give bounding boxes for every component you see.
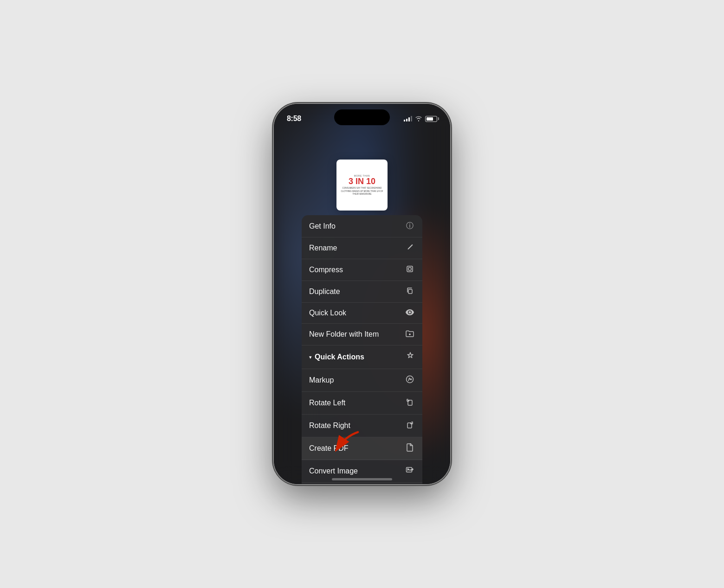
menu-label-new-folder: New Folder with Item bbox=[309, 330, 379, 339]
menu-item-rotate-left[interactable]: Rotate Left bbox=[302, 392, 422, 415]
phone-wrapper: 8:58 MORE bbox=[272, 98, 452, 490]
section-header-left: ▾ Quick Actions bbox=[309, 353, 364, 361]
info-icon: ⓘ bbox=[405, 221, 415, 231]
chevron-down-icon: ▾ bbox=[309, 354, 312, 360]
menu-item-rotate-right[interactable]: Rotate Right bbox=[302, 415, 422, 437]
context-menu: Get Info ⓘ Rename Compress bbox=[302, 215, 422, 484]
menu-item-rename[interactable]: Rename bbox=[302, 237, 422, 259]
menu-label-convert-image: Convert Image bbox=[309, 467, 358, 475]
menu-label-rename: Rename bbox=[309, 244, 337, 252]
phone-screen: 8:58 MORE bbox=[274, 104, 450, 484]
menu-item-markup[interactable]: Markup bbox=[302, 369, 422, 392]
svg-point-9 bbox=[407, 469, 408, 470]
rotate-right-icon bbox=[405, 421, 415, 431]
menu-label-quick-look: Quick Look bbox=[309, 309, 346, 317]
menu-item-create-pdf[interactable]: Create PDF bbox=[302, 437, 422, 460]
menu-item-new-folder[interactable]: New Folder with Item bbox=[302, 324, 422, 345]
menu-label-rotate-left: Rotate Left bbox=[309, 399, 345, 407]
image-card: MORE THAN 3 IN 10 CONSUMERS SAY THAT SEC… bbox=[336, 160, 388, 211]
convert-image-icon bbox=[405, 466, 415, 476]
status-icons bbox=[404, 116, 437, 122]
folder-plus-icon bbox=[405, 330, 415, 339]
battery-fill bbox=[427, 117, 433, 121]
quick-actions-icon bbox=[406, 352, 415, 363]
wifi-icon bbox=[415, 116, 422, 121]
phone-body: 8:58 MORE bbox=[274, 104, 450, 484]
menu-item-quick-look[interactable]: Quick Look bbox=[302, 303, 422, 324]
status-time: 8:58 bbox=[287, 115, 301, 123]
menu-label-get-info: Get Info bbox=[309, 222, 336, 230]
menu-item-duplicate[interactable]: Duplicate bbox=[302, 281, 422, 303]
rotate-left-icon bbox=[405, 398, 415, 408]
duplicate-icon bbox=[405, 287, 415, 296]
menu-item-get-info[interactable]: Get Info ⓘ bbox=[302, 215, 422, 237]
quick-actions-title: Quick Actions bbox=[315, 353, 364, 361]
svg-rect-2 bbox=[408, 289, 412, 294]
menu-item-remove-background[interactable]: Remove Background bbox=[302, 483, 422, 484]
menu-label-create-pdf: Create PDF bbox=[309, 444, 348, 453]
menu-item-compress[interactable]: Compress bbox=[302, 259, 422, 281]
markup-icon bbox=[405, 375, 415, 385]
signal-icon bbox=[404, 116, 412, 121]
battery-icon bbox=[425, 116, 437, 122]
rename-icon bbox=[405, 243, 415, 253]
menu-label-duplicate: Duplicate bbox=[309, 288, 340, 296]
eye-icon bbox=[405, 309, 415, 317]
menu-label-markup: Markup bbox=[309, 376, 334, 384]
quick-actions-header[interactable]: ▾ Quick Actions bbox=[302, 345, 422, 369]
card-line3: CONSUMERS SAY THAT SECONDHAND CLOTHING M… bbox=[340, 187, 384, 196]
pdf-icon bbox=[405, 443, 415, 454]
compress-icon bbox=[405, 265, 415, 275]
menu-label-compress: Compress bbox=[309, 266, 343, 274]
dynamic-island bbox=[334, 109, 390, 125]
svg-rect-1 bbox=[408, 268, 411, 270]
home-indicator bbox=[332, 478, 392, 480]
menu-label-rotate-right: Rotate Right bbox=[309, 422, 350, 430]
card-line2: 3 IN 10 bbox=[349, 177, 375, 186]
svg-rect-0 bbox=[407, 266, 413, 272]
